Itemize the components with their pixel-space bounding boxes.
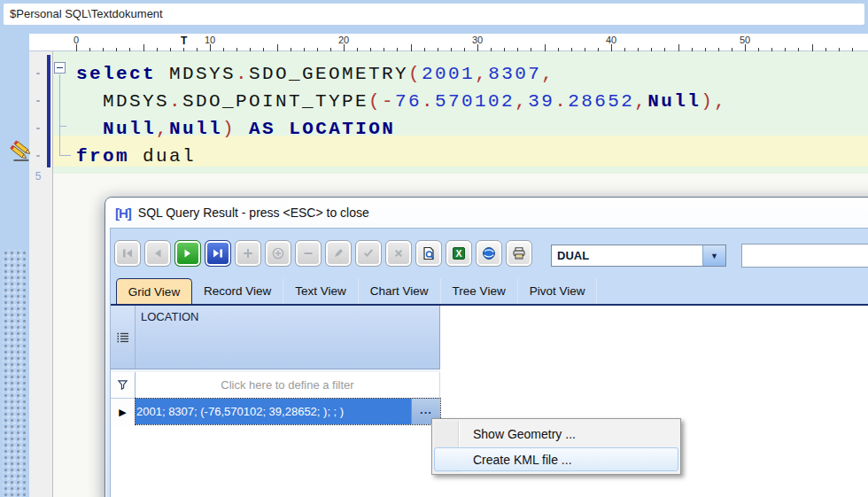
table-combo-value: DUAL [552, 245, 702, 266]
excel-icon: X [452, 246, 466, 260]
panel-grip-texture[interactable] [3, 250, 26, 497]
ruler-tick [545, 44, 546, 51]
app-window: $Personal SQL\Textdokument T 01020304050… [0, 0, 868, 497]
rows-icon [117, 332, 129, 343]
minus-icon [301, 246, 315, 260]
result-view-tabs: Grid ViewRecord ViewText ViewChart ViewT… [111, 276, 868, 304]
ruler-label: 30 [464, 35, 491, 45]
ruler-tick [477, 44, 478, 51]
tab-record-view[interactable]: Record View [192, 278, 283, 304]
first-record-icon [120, 246, 135, 260]
plus-icon [241, 246, 255, 260]
plus-circle-icon [271, 246, 285, 260]
changed-lines-bar [47, 55, 50, 167]
ruler-tick [277, 44, 278, 51]
location-cell[interactable]: 2001; 8307; (-76,570102; 39,28652; ); ; … [136, 399, 411, 424]
print-preview-button[interactable] [415, 240, 442, 267]
ruler-tick [344, 44, 345, 51]
fold-line [59, 126, 66, 127]
code-line: select MDSYS.SDO_GEOMETRY(2001,8307, [76, 60, 554, 88]
ruler-tick [210, 44, 211, 51]
ruler-label: 10 [197, 35, 223, 45]
fold-line [59, 74, 60, 155]
last-record-button[interactable] [205, 240, 231, 267]
menu-item-create-kml-file[interactable]: Create KML file ... [434, 447, 678, 471]
tab-stop-marker: T [181, 35, 187, 47]
append-record-button[interactable] [265, 240, 291, 267]
code-line: Null,Null) AS LOCATION [76, 115, 395, 143]
gutter-line-dot [36, 73, 40, 74]
ruler-label: 20 [330, 35, 357, 45]
gutter-line-dot [36, 155, 40, 157]
ruler-label: 0 [63, 35, 89, 45]
print-preview-icon [422, 246, 436, 260]
toolbar-text-input[interactable] [741, 244, 868, 268]
cancel-edit-button[interactable] [385, 240, 412, 267]
ruler-label: 50 [732, 35, 758, 45]
filter-row[interactable]: Click here to define a filter [136, 372, 440, 399]
next-record-icon [181, 246, 195, 260]
ruler-tick [745, 44, 746, 51]
table-row: 2001; 8307; (-76,570102; 39,28652; ); ; … [136, 399, 440, 424]
menu-item-show-geometry[interactable]: Show Geometry ... [434, 421, 678, 447]
pencil-marker-icon [10, 139, 34, 163]
last-record-icon [211, 246, 225, 260]
grid-indicator-header[interactable] [111, 306, 136, 369]
ruler-tick [611, 44, 612, 51]
funnel-icon [117, 379, 128, 391]
tab-text-view[interactable]: Text View [283, 278, 359, 304]
result-toolbar: X [114, 240, 532, 267]
check-icon [361, 246, 376, 260]
ruler: T 01020304050 [29, 34, 868, 51]
record-arrow-icon: ▶ [111, 399, 136, 425]
prior-record-button[interactable] [144, 240, 171, 267]
tab-pivot-view[interactable]: Pivot View [518, 278, 598, 304]
cross-icon [391, 246, 406, 260]
ruler-label: 40 [598, 35, 624, 45]
tab-grid-view[interactable]: Grid View [116, 278, 192, 304]
delete-record-button[interactable] [295, 240, 322, 267]
print-button[interactable] [506, 240, 532, 267]
code-line: from dual [76, 143, 196, 170]
gutter-line-dot [36, 100, 40, 102]
line-number: 5 [29, 170, 47, 182]
ruler-tick [678, 44, 679, 51]
first-record-button[interactable] [114, 240, 141, 267]
fold-collapse-icon[interactable] [54, 62, 66, 74]
insert-record-button[interactable] [235, 240, 261, 267]
document-title: $Personal SQL\Textdokument [4, 4, 864, 25]
globe-icon [482, 246, 496, 260]
result-window-title: SQL Query Result - press <ESC> to close [138, 206, 369, 220]
printer-icon [512, 246, 526, 260]
ruler-tick [411, 44, 412, 51]
app-logo-icon: [H] [115, 206, 131, 221]
code-line: MDSYS.SDO_POINT_TYPE(-76.570102,39.28652… [76, 88, 727, 115]
context-menu-items: Show Geometry ...Create KML file ... [434, 421, 678, 471]
gutter-line-dot [36, 128, 40, 129]
fold-line [59, 155, 71, 156]
pencil-icon [331, 246, 345, 260]
ruler-tick [76, 44, 77, 51]
filter-indicator-cell [111, 372, 136, 399]
chevron-down-icon[interactable]: ▼ [702, 245, 725, 266]
context-menu: Show Geometry ...Create KML file ... [431, 418, 681, 475]
edit-record-button[interactable] [325, 240, 352, 267]
column-header-location[interactable]: LOCATION [136, 306, 440, 369]
export-excel-button[interactable]: X [446, 240, 472, 267]
google-earth-button[interactable] [476, 240, 502, 267]
prior-record-icon [151, 246, 165, 260]
table-combo[interactable]: DUAL ▼ [551, 245, 726, 267]
post-edit-button[interactable] [355, 240, 382, 267]
tab-tree-view[interactable]: Tree View [441, 278, 518, 304]
next-record-button[interactable] [174, 240, 201, 267]
tab-chart-view[interactable]: Chart View [359, 278, 441, 304]
ruler-tick [143, 44, 144, 51]
ruler-tick [812, 44, 813, 51]
svg-text:X: X [455, 248, 461, 259]
result-window-titlebar[interactable]: [H] SQL Query Result - press <ESC> to cl… [105, 198, 868, 228]
